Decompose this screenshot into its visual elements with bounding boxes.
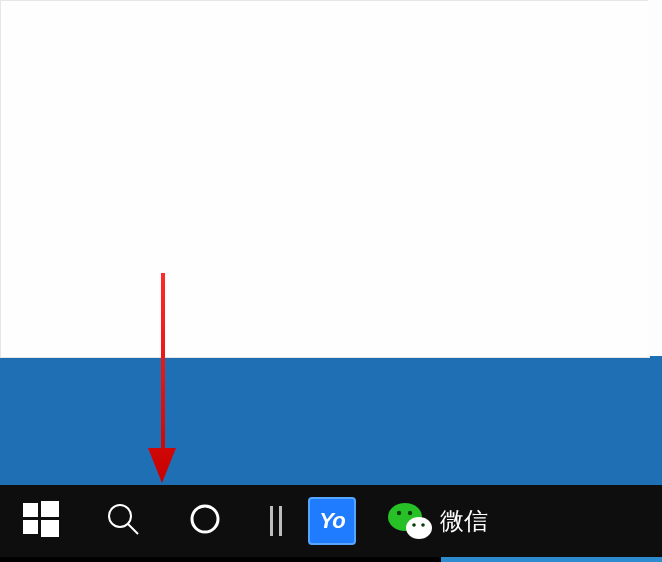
wechat-app-label: 微信 [440, 505, 488, 537]
cortana-circle-icon [189, 503, 221, 539]
svg-point-11 [412, 523, 416, 527]
svg-point-8 [397, 511, 401, 515]
svg-rect-2 [23, 520, 38, 534]
taskbar-app-yo[interactable]: Yo [308, 497, 356, 545]
svg-point-6 [192, 506, 218, 532]
search-icon [106, 502, 140, 540]
desktop [0, 0, 662, 485]
taskbar: Yo 微信 [0, 485, 662, 557]
start-button[interactable] [0, 485, 82, 557]
svg-point-10 [406, 517, 432, 539]
wechat-icon [388, 501, 432, 541]
bottom-accent-bar [441, 557, 662, 562]
svg-rect-0 [23, 503, 38, 517]
cortana-button[interactable] [164, 485, 246, 557]
svg-rect-3 [41, 520, 59, 537]
task-view-button[interactable] [246, 485, 306, 557]
blank-window [0, 0, 650, 358]
taskbar-app-wechat[interactable]: 微信 [378, 485, 498, 557]
task-view-icon [270, 506, 282, 536]
svg-rect-1 [41, 501, 59, 517]
window-edge [648, 0, 662, 356]
search-button[interactable] [82, 485, 164, 557]
windows-logo-icon [23, 501, 59, 541]
svg-point-4 [109, 505, 131, 527]
svg-point-12 [421, 523, 425, 527]
yo-app-label: Yo [319, 508, 344, 534]
svg-line-5 [128, 524, 138, 534]
svg-point-9 [408, 511, 412, 515]
